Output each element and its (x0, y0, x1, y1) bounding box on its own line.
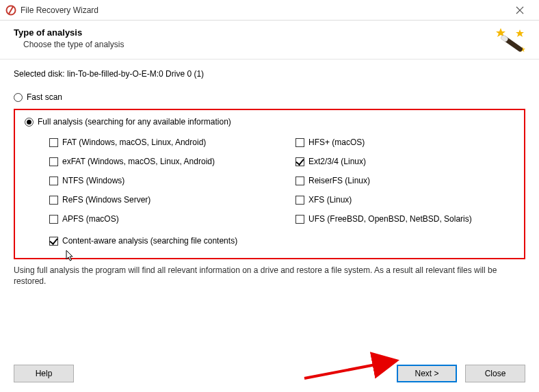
content-area: Selected disk: lin-To-be-filled-by-O-E-M… (0, 60, 539, 300)
checkbox-icon (49, 157, 58, 166)
full-analysis-radio[interactable]: Full analysis (searching for any availab… (25, 117, 514, 127)
full-analysis-label: Full analysis (searching for any availab… (38, 117, 231, 127)
checkbox-label: FAT (Windows, macOS, Linux, Android) (62, 138, 206, 147)
checkbox-icon (49, 196, 58, 205)
radio-icon (14, 93, 23, 102)
next-button[interactable]: Next > (397, 365, 457, 382)
checkbox-xfs[interactable]: XFS (Linux) (295, 195, 514, 205)
app-icon (5, 5, 16, 16)
cursor-icon (66, 250, 75, 264)
checkbox-fat[interactable]: FAT (Windows, macOS, Linux, Android) (49, 138, 268, 147)
checkbox-label: HFS+ (macOS) (308, 138, 365, 147)
wizard-wand-icon (494, 26, 528, 60)
titlebar: File Recovery Wizard (0, 0, 539, 21)
close-icon (516, 6, 524, 14)
checkbox-content-aware[interactable]: Content-aware analysis (searching file c… (49, 236, 514, 246)
checkbox-label: ReFS (Windows Server) (62, 195, 150, 205)
checkbox-ntfs[interactable]: NTFS (Windows) (49, 176, 268, 185)
full-analysis-highlight-box: Full analysis (searching for any availab… (14, 109, 525, 259)
checkbox-hfsplus[interactable]: HFS+ (macOS) (295, 138, 514, 147)
fast-scan-radio[interactable]: Fast scan (14, 92, 525, 102)
page-subtitle: Choose the type of analysis (23, 40, 525, 49)
checkbox-label: exFAT (Windows, macOS, Linux, Android) (62, 157, 215, 166)
checkbox-icon (295, 215, 304, 224)
fast-scan-label: Fast scan (27, 92, 62, 102)
checkbox-icon (295, 196, 304, 205)
checkbox-icon (295, 157, 304, 166)
selected-disk-label: Selected disk: lin-To-be-filled-by-O-E-M… (14, 69, 525, 79)
checkbox-label: UFS (FreeBSD, OpenBSD, NetBSD, Solaris) (308, 214, 472, 224)
checkbox-label: NTFS (Windows) (62, 176, 124, 185)
page-title: Type of analysis (14, 27, 525, 38)
checkbox-label: Content-aware analysis (searching file c… (62, 236, 237, 246)
checkbox-icon (49, 215, 58, 224)
close-button[interactable]: Close (465, 365, 525, 382)
wizard-header: Type of analysis Choose the type of anal… (0, 21, 539, 60)
checkbox-refs[interactable]: ReFS (Windows Server) (49, 195, 268, 205)
checkbox-icon (49, 138, 58, 147)
radio-icon (25, 118, 34, 127)
checkbox-ufs[interactable]: UFS (FreeBSD, OpenBSD, NetBSD, Solaris) (295, 214, 514, 224)
checkbox-exfat[interactable]: exFAT (Windows, macOS, Linux, Android) (49, 157, 268, 166)
checkbox-label: XFS (Linux) (308, 195, 352, 205)
checkbox-icon (49, 237, 58, 246)
checkbox-ext[interactable]: Ext2/3/4 (Linux) (295, 157, 514, 166)
checkbox-icon (49, 177, 58, 185)
checkbox-reiserfs[interactable]: ReiserFS (Linux) (295, 176, 514, 185)
titlebar-close-button[interactable] (506, 1, 534, 20)
analysis-description: Using full analysis the program will fin… (14, 265, 525, 287)
checkbox-icon (295, 177, 304, 185)
checkbox-label: Ext2/3/4 (Linux) (308, 157, 366, 166)
filesystem-grid: FAT (Windows, macOS, Linux, Android) HFS… (49, 138, 514, 224)
checkbox-apfs[interactable]: APFS (macOS) (49, 214, 268, 224)
checkbox-label: ReiserFS (Linux) (308, 176, 370, 185)
help-button[interactable]: Help (14, 365, 74, 382)
svg-marker-5 (516, 29, 524, 37)
checkbox-icon (295, 138, 304, 147)
checkbox-label: APFS (macOS) (62, 214, 119, 224)
button-bar: Help Next > Close (0, 365, 539, 382)
window-title: File Recovery Wizard (21, 5, 98, 15)
